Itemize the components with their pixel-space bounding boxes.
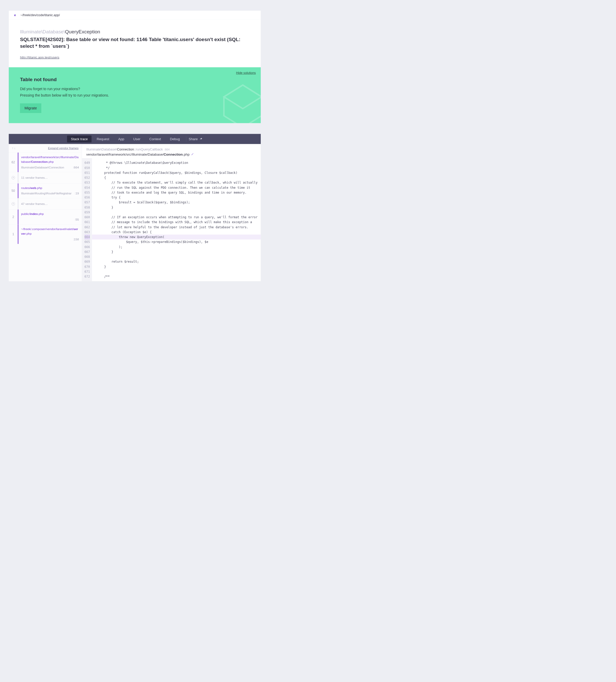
frame-body: routes/web.phpIlluminate\Routing\RouteFi… — [19, 183, 81, 198]
stack-frame[interactable]: 2public/index.php:55 — [9, 209, 81, 224]
exception-message: SQLSTATE[42S02]: Base table or view not … — [20, 36, 250, 49]
source-code: * @throws \Illuminate\Database\QueryExce… — [92, 158, 261, 281]
line-gutter: 6496506516526536546556566576586596606616… — [82, 158, 92, 281]
nav-tab-user[interactable]: User — [129, 136, 144, 142]
frame-body: public/index.php:55 — [19, 209, 81, 224]
frame-number: 50 — [9, 183, 18, 198]
share-button[interactable]: Share — [189, 137, 202, 141]
edit-icon[interactable] — [191, 152, 194, 156]
solution-panel: Hide solutions Table not found Did you f… — [9, 67, 261, 123]
frame-path: routes/web.php — [21, 186, 79, 190]
frame-number: + — [9, 172, 18, 183]
stack-frame[interactable]: 62vendor/laravel/framework/src/Illuminat… — [9, 153, 81, 172]
exception-url[interactable]: http://titanic.app.test/users — [20, 55, 59, 59]
frame-body: ~/freek/.composer/vendor/laravel/valet/s… — [19, 224, 81, 244]
nav-tab-debug[interactable]: Debug — [166, 136, 184, 142]
project-path: ~/freek/dev/code/titanic.app/ — [21, 13, 60, 17]
arrow-up-icon: ↑ — [12, 146, 13, 150]
stack-frame[interactable]: 50routes/web.phpIlluminate\Routing\Route… — [9, 183, 81, 198]
expand-vendor-link[interactable]: Expand vendor frames — [48, 146, 78, 150]
frame-meta: :158 — [21, 237, 79, 242]
nav-tab-app[interactable]: App — [115, 136, 128, 142]
frame-body: 47 vendor frames… — [19, 198, 81, 209]
exception-card: ~/freek/dev/code/titanic.app/ Illuminate… — [9, 11, 261, 67]
frame-path: vendor/laravel/framework/src/Illuminate/… — [21, 155, 79, 164]
exception-block: Illuminate\Database\QueryException SQLST… — [9, 20, 261, 67]
arrow-down-icon: ↓ — [14, 146, 16, 150]
solution-text-2: Pressing the button below will try to ru… — [20, 93, 250, 98]
frame-body: vendor/laravel/framework/src/Illuminate/… — [19, 153, 81, 172]
frame-number: 1 — [9, 224, 18, 244]
nav-tab-context[interactable]: Context — [145, 136, 165, 142]
header-line-number: :664 — [164, 148, 170, 151]
frame-number: 62 — [9, 153, 18, 172]
frame-meta: Illuminate\Database\Connection:664 — [21, 165, 79, 170]
stack-frame[interactable]: +47 vendor frames… — [9, 198, 81, 209]
hide-solutions-link[interactable]: Hide solutions — [236, 71, 256, 75]
nav-tabs-bar: Stack traceRequestAppUserContextDebug Sh… — [9, 134, 261, 144]
stack-frame[interactable]: +11 vendor frames… — [9, 172, 81, 183]
stack-sidebar: ↑↓ Expand vendor frames 62vendor/laravel… — [9, 144, 81, 281]
migrate-button[interactable]: Migrate — [20, 103, 41, 113]
frame-path: ~/freek/.composer/vendor/laravel/valet/s… — [21, 227, 79, 236]
expand-frames-icon[interactable]: + — [11, 202, 15, 205]
frame-number: + — [9, 198, 18, 209]
topbar: ~/freek/dev/code/titanic.app/ — [9, 11, 261, 20]
share-icon — [199, 137, 202, 141]
stack-panel: ↑↓ Expand vendor frames 62vendor/laravel… — [9, 144, 261, 281]
exception-class: Illuminate\Database\QueryException — [20, 29, 250, 35]
frame-path: public/index.php — [21, 212, 79, 217]
solution-title: Table not found — [20, 77, 250, 83]
nav-tab-stack-trace[interactable]: Stack trace — [67, 136, 91, 142]
code-body: 6496506516526536546556566576586596606616… — [82, 158, 261, 281]
app-logo-icon — [14, 14, 17, 17]
code-area: Illuminate\Database\Connection::runQuery… — [82, 144, 261, 281]
expand-frames-icon[interactable]: + — [11, 176, 15, 180]
solution-text-1: Did you forget to run your migrations? — [20, 86, 250, 92]
nav-tab-request[interactable]: Request — [93, 136, 113, 142]
frame-number: 2 — [9, 209, 18, 224]
frame-body: 11 vendor frames… — [19, 172, 81, 183]
code-header: Illuminate\Database\Connection::runQuery… — [82, 144, 261, 158]
frame-meta: :55 — [21, 218, 79, 222]
frame-nav-arrows[interactable]: ↑↓ — [12, 146, 16, 150]
frame-meta: Illuminate\Routing\RouteFileRegistrar:19 — [21, 191, 79, 196]
stack-frame[interactable]: 1~/freek/.composer/vendor/laravel/valet/… — [9, 224, 81, 244]
